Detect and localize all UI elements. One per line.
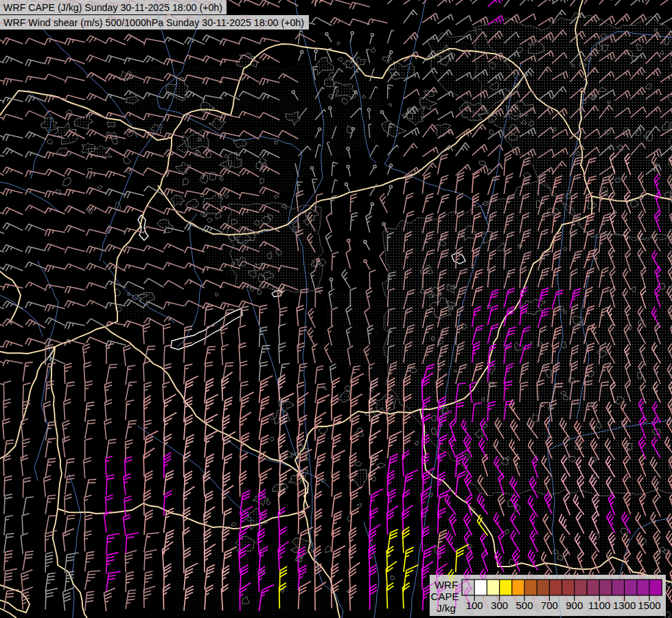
svg-text:WRF CAPE (J/kg) Sunday 30-11-2: WRF CAPE (J/kg) Sunday 30-11-2025 18:00 …	[3, 1, 222, 13]
svg-text:700: 700	[541, 599, 558, 611]
svg-text:1500: 1500	[638, 599, 660, 611]
svg-text:900: 900	[566, 599, 583, 611]
svg-text:CAPE: CAPE	[431, 591, 459, 602]
svg-text:WRF: WRF	[435, 579, 458, 591]
svg-text:1300: 1300	[613, 599, 636, 611]
svg-text:500: 500	[515, 599, 533, 611]
svg-text:1100: 1100	[588, 599, 610, 611]
svg-text:100: 100	[466, 599, 483, 611]
svg-text:WRF Wind shear (m/s) 500/1000h: WRF Wind shear (m/s) 500/1000hPa Sunday …	[3, 16, 304, 28]
svg-text:300: 300	[491, 599, 508, 611]
svg-text:J/kg: J/kg	[437, 602, 456, 614]
